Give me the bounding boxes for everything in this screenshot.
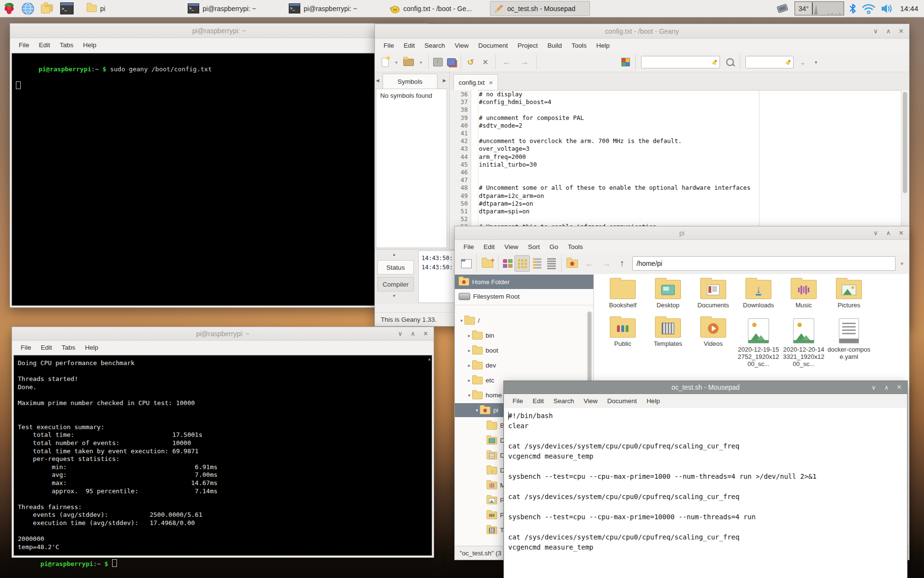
view-detailed-button[interactable]: [544, 258, 559, 269]
view-icons-button[interactable]: [514, 255, 530, 272]
maximize-button[interactable]: ∧: [886, 27, 891, 35]
new-file-button[interactable]: [379, 58, 391, 67]
close-button[interactable]: ×: [899, 27, 903, 36]
place-filesystem-root[interactable]: Filesystem Root: [455, 289, 593, 303]
wifi-icon[interactable]: [861, 3, 876, 14]
menu-tabs[interactable]: Tabs: [55, 39, 78, 51]
menu-raspberry-button[interactable]: [0, 0, 18, 17]
new-folder-button[interactable]: +: [479, 260, 496, 268]
file-item-documents[interactable]: Documents: [691, 280, 735, 309]
home-button[interactable]: [564, 260, 580, 268]
tab-close-icon[interactable]: ×: [489, 79, 493, 86]
desktop[interactable]: { "icons":{"min":"∨","max":"∧","close":"…: [0, 0, 924, 578]
file-item-pictures[interactable]: Pictures: [827, 280, 871, 309]
menu-tools[interactable]: Tools: [566, 40, 591, 51]
close-button[interactable]: ×: [897, 383, 901, 392]
toolbar-overflow-icon[interactable]: ▾: [809, 59, 823, 66]
task-terminal-1[interactable]: >_ pi@raspberrypi: ~: [185, 1, 282, 16]
clear-goto-icon[interactable]: [785, 59, 792, 66]
tab-compiler[interactable]: Compiler: [377, 277, 414, 291]
new-tab-button[interactable]: [459, 259, 474, 268]
minimize-button[interactable]: ∨: [872, 384, 876, 391]
revert-icon[interactable]: ↺: [463, 57, 478, 67]
editor-text-area[interactable]: # no display #config_hdmi_boost=4 # unco…: [478, 90, 901, 249]
tree-item-root[interactable]: ▾/: [455, 314, 565, 328]
terminal2-titlebar[interactable]: pi@raspberrypi: ~ ∨ ∧ ×: [12, 327, 434, 341]
save-button[interactable]: ↓: [431, 58, 445, 66]
menu-project[interactable]: Project: [513, 40, 542, 51]
terminal-scroll-up-icon[interactable]: ▲: [428, 356, 431, 361]
tab-status[interactable]: Status: [377, 260, 414, 275]
address-bar[interactable]: /home/pi: [632, 256, 896, 271]
new-file-dropdown-icon[interactable]: ▾: [391, 60, 401, 65]
save-all-button[interactable]: [445, 58, 458, 66]
tree-item-bin[interactable]: ▸bin: [455, 328, 565, 342]
terminal2-screen[interactable]: ▲ Doing CPU performance benchmark Thread…: [13, 355, 432, 556]
clear-search-icon[interactable]: [711, 59, 718, 66]
open-file-dropdown-icon[interactable]: ▾: [416, 60, 426, 65]
close-button[interactable]: ×: [899, 229, 903, 237]
view-compact-button[interactable]: [530, 258, 544, 269]
view-thumbnails-button[interactable]: [501, 259, 514, 268]
color-chooser-button[interactable]: [618, 58, 633, 66]
mousepad-titlebar[interactable]: oc_test.sh - Mousepad ∨ ∧ ×: [504, 381, 907, 394]
menu-build[interactable]: Build: [542, 40, 566, 51]
open-file-button[interactable]: [401, 59, 416, 66]
filemanager-titlebar[interactable]: pi ∨ ∧ ×: [455, 226, 909, 240]
file-item-public[interactable]: Public: [601, 318, 645, 347]
goto-line-button[interactable]: ⌄: [796, 59, 809, 66]
menu-file[interactable]: File: [379, 40, 399, 51]
menu-search[interactable]: Search: [420, 40, 450, 51]
menu-tools[interactable]: Tools: [563, 241, 588, 252]
msg-tabs-down-icon[interactable]: ▼: [392, 294, 396, 298]
search-entry[interactable]: [641, 56, 720, 68]
menu-document[interactable]: Document: [474, 40, 513, 51]
menu-help[interactable]: Help: [591, 40, 615, 51]
msg-tabs-up-icon[interactable]: ▲: [392, 252, 396, 257]
close-document-icon[interactable]: ×: [478, 57, 493, 67]
nav-forward-icon[interactable]: →: [598, 259, 615, 269]
minimize-button[interactable]: ∨: [398, 330, 403, 337]
close-button[interactable]: ×: [424, 329, 428, 338]
terminal1-titlebar[interactable]: pi@raspberrypi: ~: [10, 24, 428, 38]
nav-up-icon[interactable]: ↑: [615, 258, 629, 269]
menu-search[interactable]: Search: [549, 395, 579, 407]
web-browser-button[interactable]: [18, 0, 38, 17]
nav-back-icon[interactable]: ←: [580, 259, 598, 269]
menu-view[interactable]: View: [450, 40, 474, 51]
find-button[interactable]: [723, 58, 737, 66]
menu-edit[interactable]: Edit: [479, 241, 500, 252]
menu-view[interactable]: View: [500, 241, 523, 252]
terminal1-screen[interactable]: pi@raspberrypi:~ $ sudo geany /boot/conf…: [12, 53, 426, 306]
menu-edit[interactable]: Edit: [34, 39, 55, 51]
symbols-panel[interactable]: No symbols found: [376, 89, 447, 248]
task-geany[interactable]: config.txt - /boot - Ge...: [387, 1, 486, 16]
file-item-downloads[interactable]: ↓Downloads: [736, 280, 781, 309]
task-mousepad[interactable]: oc_test.sh - Mousepad: [490, 1, 590, 16]
menu-help[interactable]: Help: [642, 395, 665, 407]
tab-config-txt[interactable]: config.txt ×: [453, 74, 498, 90]
menu-help[interactable]: Help: [78, 39, 102, 51]
file-manager-button[interactable]: [38, 0, 57, 17]
file-item-screenshot-2[interactable]: 2020-12-20-143321_1920x1200_sc...: [782, 318, 826, 368]
menu-edit[interactable]: Edit: [36, 342, 57, 353]
place-home-folder[interactable]: Home Folder: [455, 275, 593, 289]
file-item-docker-compose[interactable]: docker-compose.yaml: [827, 318, 871, 360]
file-item-templates[interactable]: Templates: [646, 318, 690, 347]
file-item-desktop[interactable]: Desktop: [646, 280, 690, 309]
tree-item-dev[interactable]: ▸dev: [455, 358, 565, 372]
sd-card-icon[interactable]: [775, 3, 790, 14]
menu-document[interactable]: Document: [603, 395, 642, 407]
menu-file[interactable]: File: [16, 342, 36, 353]
maximize-button[interactable]: ∧: [411, 330, 415, 337]
address-dropdown-icon[interactable]: ▾: [898, 261, 909, 267]
file-item-videos[interactable]: Videos: [691, 318, 735, 347]
menu-edit[interactable]: Edit: [399, 40, 420, 51]
minimize-button[interactable]: ∨: [873, 27, 878, 35]
file-item-screenshot-1[interactable]: 2020-12-19-152752_1920x1200_sc...: [736, 318, 781, 368]
file-item-bookshelf[interactable]: Bookshelf: [601, 280, 645, 309]
goto-line-entry[interactable]: [745, 56, 794, 68]
menu-file[interactable]: File: [14, 39, 34, 51]
bluetooth-icon[interactable]: [849, 3, 857, 14]
menu-sort[interactable]: Sort: [523, 241, 545, 252]
